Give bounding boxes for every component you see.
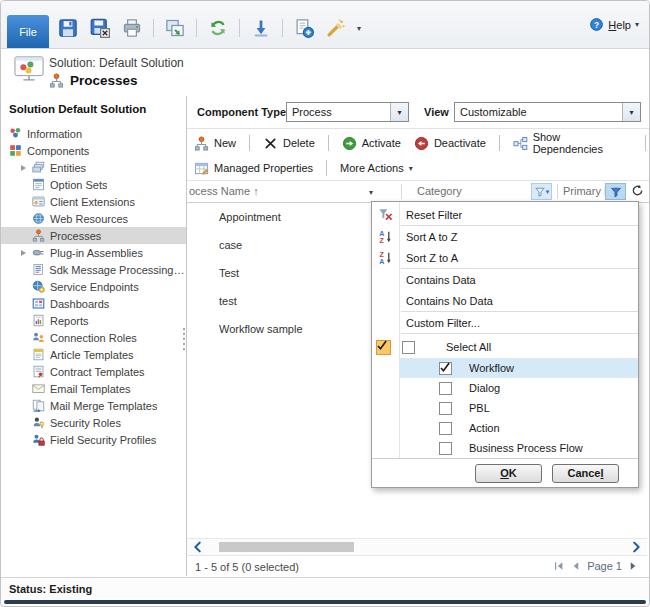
menu-item-contains-no-data[interactable]: Contains No Data [372, 290, 638, 311]
sidebar-item-client-extensions[interactable]: Client Extensions [1, 193, 186, 210]
scrollbar-thumb[interactable] [219, 542, 354, 552]
menu-item-reset-filter[interactable]: Reset Filter [372, 204, 638, 225]
toolbar-separator [645, 135, 646, 151]
more-actions-button[interactable]: More Actions▾ [337, 160, 416, 176]
ok-button[interactable]: OK [475, 464, 542, 483]
managed-properties-button[interactable]: Managed Properties [191, 159, 316, 178]
filter-option-workflow[interactable]: Workflow [400, 358, 638, 378]
first-page-icon[interactable] [553, 560, 565, 572]
filter-option-business-process-flow[interactable]: Business Process Flow [372, 438, 638, 458]
column-menu-caret-icon[interactable]: ▾ [369, 188, 373, 197]
import-icon-button[interactable] [250, 17, 272, 39]
menu-item-contains-data[interactable]: Contains Data [372, 269, 638, 290]
crm-window: File ▾ ? Help ▾ Solution: Default Soluti… [0, 0, 650, 607]
option-checkbox[interactable] [439, 442, 452, 455]
option-label: Dialog [469, 382, 500, 394]
sidebar-item-plug-in-assemblies[interactable]: Plug-in Assemblies [1, 244, 186, 261]
primary-entity-filter-button[interactable] [605, 183, 626, 200]
option-checkbox[interactable] [439, 362, 452, 375]
select-all-checkbox[interactable] [402, 341, 415, 354]
filter-option-dialog[interactable]: Dialog [372, 378, 638, 398]
show-dependencies-button[interactable]: Show Dependencies [510, 129, 635, 157]
filter-menu-buttons: OK Cancel [372, 458, 638, 487]
sidebar-item-entities[interactable]: Entities [1, 159, 186, 176]
option-checkbox[interactable] [439, 422, 452, 435]
new-button[interactable]: New [191, 134, 239, 153]
menu-item-sort-z-to-a[interactable]: ZASort Z to A [372, 247, 638, 268]
sidebar-item-mail-merge-templates[interactable]: Mail Merge Templates [1, 397, 186, 414]
button-label: More Actions [340, 162, 404, 174]
delete-button[interactable]: Delete [260, 134, 318, 153]
print-icon-button[interactable] [121, 17, 143, 39]
sidebar-item-sdk-message-processing-s[interactable]: Sdk Message Processing S... [1, 261, 186, 278]
expander-icon[interactable] [21, 250, 26, 256]
option-checkbox[interactable] [439, 382, 452, 395]
sidebar-item-option-sets[interactable]: Option Sets [1, 176, 186, 193]
sidebar-item-reports[interactable]: Reports [1, 312, 186, 329]
file-tab[interactable]: File [7, 15, 49, 48]
help-menu[interactable]: ? Help ▾ [589, 17, 639, 32]
copy-window-icon-button[interactable] [164, 17, 186, 39]
sidebar-item-information[interactable]: Information [1, 125, 186, 142]
cancel-button[interactable]: Cancel [552, 464, 619, 483]
sidebar-item-connection-roles[interactable]: Connection Roles [1, 329, 186, 346]
sidebar-item-label: Connection Roles [50, 332, 137, 344]
customize-icon-button[interactable] [325, 17, 347, 39]
sidebar-item-email-templates[interactable]: Email Templates [1, 380, 186, 397]
publish-icon-button[interactable] [207, 17, 229, 39]
quick-access-toolbar: File ▾ ? Help ▾ [1, 1, 649, 49]
scroll-right-icon[interactable] [629, 540, 643, 554]
next-page-icon[interactable] [627, 560, 639, 572]
web-resources-icon [32, 212, 45, 225]
sidebar-item-article-templates[interactable]: Article Templates [1, 346, 186, 363]
filter-option-pbl[interactable]: PBL [372, 398, 638, 418]
sidebar-item-label: Sdk Message Processing S... [49, 264, 186, 276]
sidebar-item-security-roles[interactable]: Security Roles [1, 414, 186, 431]
sidebar-item-label: Contract Templates [50, 366, 145, 378]
deactivate-button[interactable]: Deactivate [411, 134, 489, 153]
category-filter-button[interactable]: ▾ [531, 183, 552, 200]
sidebar-item-processes[interactable]: Processes [1, 227, 186, 244]
sidebar-item-field-security-profiles[interactable]: Field Security Profiles [1, 431, 186, 448]
view-value: Customizable [455, 106, 622, 118]
sidebar-item-label: Article Templates [50, 349, 134, 361]
record-count: 1 - 5 of 5 (0 selected) [195, 561, 299, 573]
email-templates-icon [32, 382, 45, 395]
chevron-down-icon[interactable]: ▾ [390, 103, 408, 121]
sidebar-item-dashboards[interactable]: Dashboards [1, 295, 186, 312]
save-as-icon-button[interactable] [89, 17, 111, 39]
scroll-left-icon[interactable] [191, 540, 205, 554]
menu-item-sort-a-to-z[interactable]: AZSort A to Z [372, 226, 638, 247]
button-label: Delete [283, 137, 315, 149]
column-primary-entity[interactable]: Primary Entity [563, 185, 605, 197]
filter-option-action[interactable]: Action [372, 418, 638, 438]
sidebar-item-web-resources[interactable]: Web Resources [1, 210, 186, 227]
horizontal-scrollbar[interactable] [187, 538, 647, 556]
sidebar-item-components[interactable]: Components [1, 142, 186, 159]
save-icon-button[interactable] [57, 17, 79, 39]
expander-icon[interactable] [21, 165, 26, 171]
previous-page-icon[interactable] [570, 560, 582, 572]
option-checkbox[interactable] [439, 402, 452, 415]
view-select[interactable]: Customizable ▾ [454, 102, 641, 122]
menu-item-select-all[interactable]: Select All [372, 336, 638, 358]
process-name: test [219, 295, 237, 307]
splitter-grip[interactable] [183, 328, 185, 350]
new-record-icon-button[interactable] [293, 17, 315, 39]
sdk-message-icon [32, 263, 44, 276]
column-process-name[interactable]: ocess Name ↑ [189, 185, 259, 197]
component-type-select[interactable]: Process ▾ [286, 102, 409, 122]
sidebar-item-service-endpoints[interactable]: Service Endpoints [1, 278, 186, 295]
import-icon [251, 18, 271, 38]
activate-button[interactable]: Activate [339, 134, 404, 153]
chevron-down-icon[interactable]: ▾ [357, 24, 361, 33]
menu-item-custom-filter[interactable]: Custom Filter... [372, 312, 638, 333]
refresh-button[interactable] [631, 184, 644, 199]
plug-in-icon [32, 246, 45, 259]
sidebar-item-contract-templates[interactable]: Contract Templates [1, 363, 186, 380]
chevron-down-icon[interactable]: ▾ [622, 103, 640, 121]
column-category[interactable]: Category [417, 185, 462, 197]
article-templates-icon [32, 348, 45, 361]
publish-icon [208, 18, 228, 38]
filter-active-checkbox[interactable] [376, 340, 391, 355]
